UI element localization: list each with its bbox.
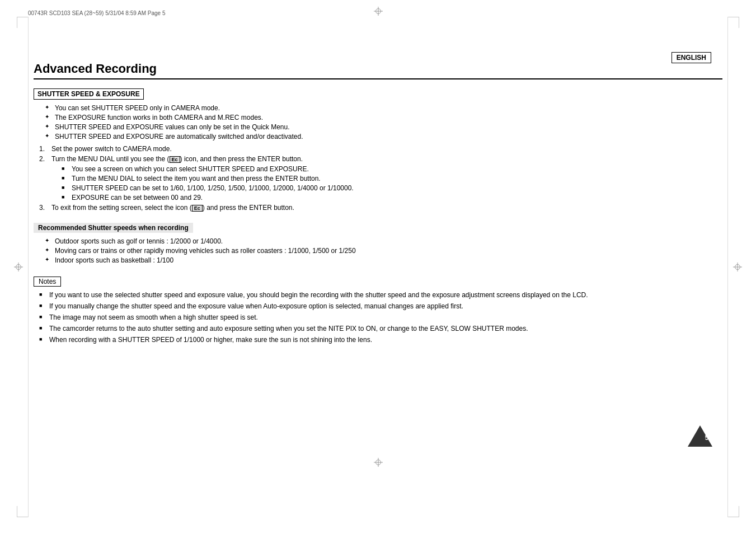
step2-sub-list: You see a screen on which you can select…: [62, 165, 722, 202]
crosshair-bottom: [374, 458, 383, 467]
corner-mark-tr: [728, 17, 739, 28]
notes-label: Notes: [34, 277, 61, 287]
page-title: Advanced Recording: [34, 62, 722, 76]
crosshair-left: [14, 263, 23, 271]
page-number: 57: [705, 434, 712, 442]
section2-cross-list: Outdoor sports such as golf or tennis : …: [45, 237, 722, 264]
section1-cross-list: You can set SHUTTER SPEED only in CAMERA…: [45, 104, 722, 140]
crosshair-right: [733, 263, 742, 271]
list-item: SHUTTER SPEED and EXPOSURE values can on…: [45, 123, 722, 131]
notes-list: If you want to use the selected shutter …: [39, 291, 722, 344]
list-item: The EXPOSURE function works in both CAME…: [45, 114, 722, 121]
step-2: 2. Turn the MENU DIAL until you see the …: [39, 155, 722, 202]
step-num: 1.: [39, 145, 45, 153]
notes-item: When recording with a SHUTTER SPEED of 1…: [39, 336, 722, 344]
step-text: Set the power switch to CAMERA mode.: [51, 145, 172, 153]
section2-heading: Recommended Shutter speeds when recordin…: [34, 223, 193, 233]
notes-item: If you manually change the shutter speed…: [39, 302, 722, 310]
numbered-steps: 1. Set the power switch to CAMERA mode. …: [39, 145, 722, 212]
list-item: SHUTTER SPEED can be set to 1/60, 1/100,…: [62, 184, 722, 192]
list-item: Moving cars or trains or other rapidly m…: [45, 247, 722, 255]
notes-item: If you want to use the selected shutter …: [39, 291, 722, 299]
notes-item: The camcorder returns to the auto shutte…: [39, 325, 722, 332]
corner-mark-tl: [17, 17, 28, 28]
step-3: 3. To exit from the setting screen, sele…: [39, 204, 722, 212]
crosshair-top: [374, 7, 383, 16]
list-item: EXPOSURE can be set between 00 and 29.: [62, 194, 722, 202]
section1-heading: SHUTTER SPEED & EXPOSURE: [34, 88, 144, 100]
step-num: 3.: [39, 204, 45, 212]
notes-item: The image may not seem as smooth when a …: [39, 313, 722, 321]
list-item: Outdoor sports such as golf or tennis : …: [45, 237, 722, 245]
corner-mark-br: [728, 506, 739, 517]
list-item: Indoor sports such as basketball : 1/100: [45, 256, 722, 264]
header-code: 00743R SCD103 SEA (28~59) 5/31/04 8:59 A…: [28, 10, 165, 16]
list-item: You can set SHUTTER SPEED only in CAMERA…: [45, 104, 722, 112]
edge-rule-left: [28, 17, 29, 517]
list-item: SHUTTER SPEED and EXPOSURE are automatic…: [45, 133, 722, 140]
list-item: You see a screen on which you can select…: [62, 165, 722, 173]
edge-rule-right: [727, 17, 728, 517]
list-item: Turn the MENU DIAL to select the item yo…: [62, 175, 722, 182]
step-text: Turn the MENU DIAL until you see the (Ec…: [51, 155, 303, 163]
title-rule: [34, 78, 722, 79]
menu-icon-2: Ec: [192, 205, 203, 212]
menu-icon: Ec: [170, 156, 180, 163]
main-content: Advanced Recording SHUTTER SPEED & EXPOS…: [34, 62, 722, 347]
step-1: 1. Set the power switch to CAMERA mode.: [39, 145, 722, 153]
step-num: 2.: [39, 155, 45, 163]
page-container: 00743R SCD103 SEA (28~59) 5/31/04 8:59 A…: [0, 0, 756, 534]
corner-mark-bl: [17, 506, 28, 517]
step-text: To exit from the setting screen, select …: [51, 204, 294, 212]
